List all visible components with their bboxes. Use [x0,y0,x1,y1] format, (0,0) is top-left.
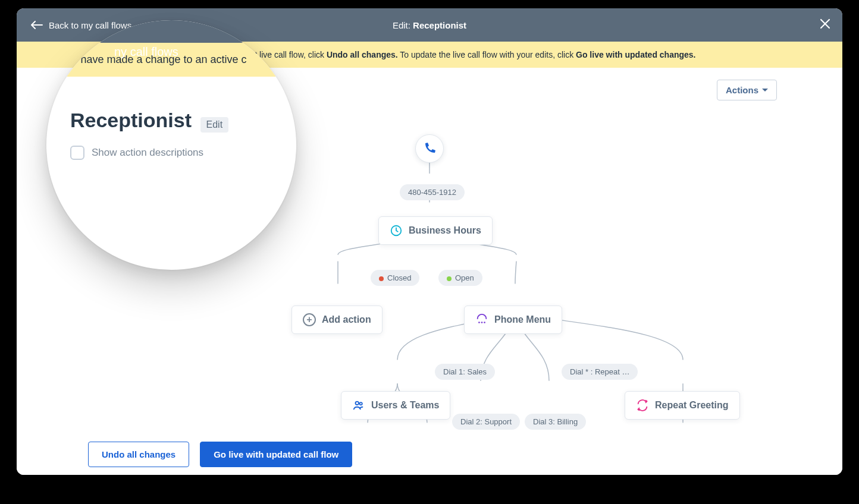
show-descriptions-label: Show action descriptions [92,147,203,159]
close-icon [820,18,830,29]
phone-icon [422,141,437,156]
svg-point-5 [484,322,485,323]
page-title: Edit: Receptionist [393,20,466,30]
app-frame: Back to my call flows Edit: Receptionist… [17,8,842,475]
closed-branch[interactable]: Closed [371,270,419,286]
dial-star-branch[interactable]: Dial * : Repeat … [562,364,638,380]
flow-title: Receptionist [70,109,192,132]
close-button[interactable] [820,17,830,33]
users-teams-node[interactable]: Users & Teams [341,391,450,420]
edit-title-button[interactable]: Edit [200,117,229,133]
go-live-button[interactable]: Go live with updated call flow [200,442,352,467]
back-label: Back to my call flows [49,20,131,30]
svg-point-6 [356,402,359,405]
business-hours-node[interactable]: Business Hours [378,216,493,245]
magnifier-lens: ny call flows You have made a change to … [46,20,296,270]
users-icon [352,399,365,412]
repeat-icon [636,399,649,412]
phone-menu-node[interactable]: Phone Menu [464,305,562,334]
phone-number-pill[interactable]: 480-455-1912 [400,184,465,200]
dial-2-branch[interactable]: Dial 2: Support [452,414,520,430]
svg-point-3 [478,322,480,323]
dial-3-branch[interactable]: Dial 3: Billing [525,414,586,430]
plus-icon: + [303,313,316,326]
svg-point-4 [481,322,483,323]
start-node[interactable] [415,134,444,163]
status-dot-open [447,276,452,281]
open-branch[interactable]: Open [438,270,482,286]
undo-all-button[interactable]: Undo all changes [88,442,189,467]
arrow-left-icon [31,21,43,29]
footer-bar: Undo all changes Go live with updated ca… [17,433,842,475]
clock-icon [390,224,403,237]
repeat-greeting-node[interactable]: Repeat Greeting [625,391,740,420]
chevron-down-icon [762,89,768,92]
show-descriptions-checkbox[interactable] [70,146,84,160]
add-action-node[interactable]: + Add action [291,305,383,334]
svg-point-7 [360,402,362,405]
status-dot-closed [379,276,384,281]
ivr-icon [475,313,488,326]
dial-1-branch[interactable]: Dial 1: Sales [435,364,495,380]
back-button[interactable]: Back to my call flows [31,20,131,30]
